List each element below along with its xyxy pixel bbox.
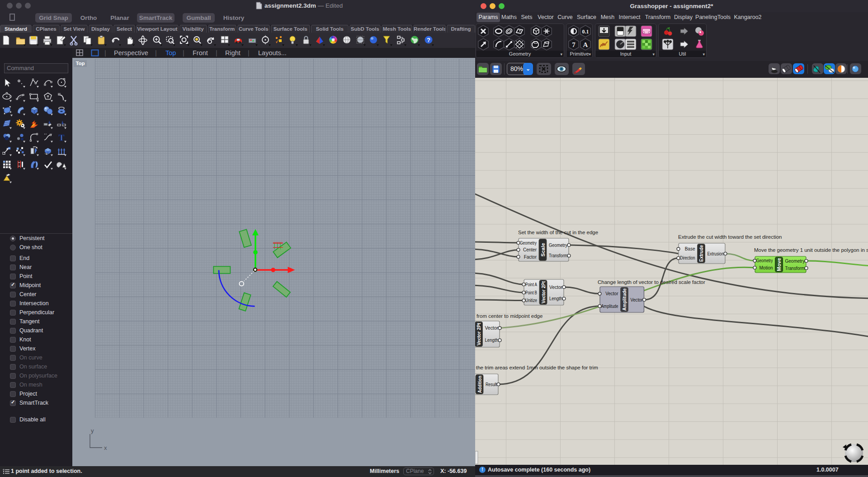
svg-text:Unitize: Unitize xyxy=(525,298,537,303)
svg-text:Move: Move xyxy=(776,258,782,271)
svg-text:Base: Base xyxy=(685,246,695,251)
svg-text:A: A xyxy=(583,41,588,48)
svg-text:y: y xyxy=(91,427,94,434)
svg-text:?: ? xyxy=(427,37,430,43)
svg-text:Vector 2Pt: Vector 2Pt xyxy=(476,323,481,345)
svg-text:7: 7 xyxy=(572,41,576,48)
svg-text:Center: Center xyxy=(523,247,537,252)
svg-text:0.1: 0.1 xyxy=(582,28,589,35)
svg-text:Result: Result xyxy=(486,382,497,387)
svg-text:Length: Length xyxy=(485,338,499,343)
svg-text:Move the geometry 1 unit outsi: Move the geometry 1 unit outside the pol… xyxy=(754,247,868,253)
svg-text:the trim areas extend 1mm outs: the trim areas extend 1mm outside the sh… xyxy=(476,365,598,370)
svg-text:x: x xyxy=(104,444,107,451)
svg-text:Vector: Vector xyxy=(631,298,643,302)
svg-text:Transform: Transform xyxy=(785,266,805,271)
svg-text:T: T xyxy=(59,133,65,142)
svg-text:Point A: Point A xyxy=(525,282,537,287)
svg-text:Vector: Vector xyxy=(549,285,563,290)
svg-text:Amplitude: Amplitude xyxy=(601,304,618,309)
svg-text:Geometry: Geometry xyxy=(520,241,537,246)
svg-text:Point B: Point B xyxy=(525,290,537,295)
svg-text:Direction: Direction xyxy=(680,255,695,260)
svg-text:Vector: Vector xyxy=(605,291,618,296)
svg-text:Geometry: Geometry xyxy=(785,259,805,264)
svg-text:Vector: Vector xyxy=(485,326,499,331)
svg-text:Set the width of the cut in th: Set the width of the cut in the edge xyxy=(518,230,598,235)
svg-text:Motion: Motion xyxy=(759,265,773,270)
svg-text:Scale: Scale xyxy=(540,243,546,256)
svg-text:Factor: Factor xyxy=(524,255,537,260)
svg-text:Extrude the cut width toward t: Extrude the cut width toward the set dir… xyxy=(678,234,782,240)
svg-text:Vector 2Pt: Vector 2Pt xyxy=(541,281,546,303)
svg-text:Length: Length xyxy=(549,296,562,301)
svg-text:Change length of vector to des: Change length of vector to desired scale… xyxy=(598,279,705,285)
svg-text:Extrude: Extrude xyxy=(698,245,704,262)
svg-text:from center to midpoint edge: from center to midpoint edge xyxy=(476,313,542,319)
svg-text:Transform: Transform xyxy=(549,253,567,258)
svg-text:Addition: Addition xyxy=(477,376,482,393)
svg-text:Geometry: Geometry xyxy=(549,243,567,248)
svg-text:Geometry: Geometry xyxy=(756,258,773,263)
svg-text:Amplitude: Amplitude xyxy=(622,288,627,311)
svg-text:Extrusion: Extrusion xyxy=(708,251,724,256)
